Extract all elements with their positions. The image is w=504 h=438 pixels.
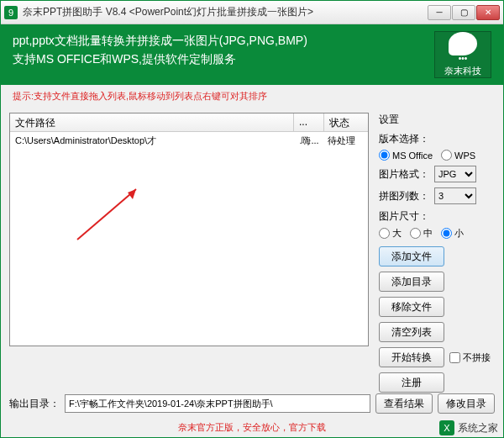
- svg-marker-1: [128, 189, 136, 199]
- watermark-icon: X: [439, 420, 454, 435]
- header-text: ppt,pptx文档批量转换并拼接成一张图片(JPG,PNG,BMP) 支持MS…: [13, 31, 434, 78]
- svg-line-0: [77, 189, 136, 240]
- col-path[interactable]: 文件路径: [10, 113, 294, 131]
- minimize-button[interactable]: ─: [428, 5, 451, 20]
- table-row[interactable]: C:\Users\Administrator\Desktop\才 .嗨... 待…: [10, 132, 368, 149]
- radio-small[interactable]: 小: [441, 227, 464, 240]
- cols-label: 拼图列数：: [379, 189, 429, 203]
- main-area: 文件路径 ... 状态 C:\Users\Administrator\Deskt…: [1, 108, 503, 375]
- radio-wps[interactable]: WPS: [441, 150, 475, 161]
- col-status[interactable]: 状态: [324, 113, 368, 131]
- register-button[interactable]: 注册: [379, 372, 444, 393]
- logo-box: ••• 奈末科技: [434, 31, 491, 78]
- tip-bar: 提示:支持文件直接拖入列表,鼠标移动到列表点右键可对其排序: [1, 85, 503, 108]
- header-line2: 支持MS OFFICE和WPS,提供软件定制服务: [13, 50, 434, 68]
- outdir-input[interactable]: [65, 394, 370, 413]
- remove-file-button[interactable]: 移除文件: [379, 297, 444, 317]
- watermark: X 系统之家: [439, 420, 498, 435]
- col-mid[interactable]: ...: [294, 113, 324, 131]
- add-file-button[interactable]: 添加文件: [379, 246, 444, 266]
- modify-dir-button[interactable]: 修改目录: [438, 393, 495, 414]
- version-group: MS Office WPS: [379, 150, 495, 161]
- start-convert-button[interactable]: 开始转换: [379, 347, 444, 367]
- cell-path: C:\Users\Administrator\Desktop\才: [10, 132, 294, 149]
- settings-title: 设置: [379, 113, 495, 127]
- clear-list-button[interactable]: 清空列表: [379, 322, 444, 342]
- cols-select[interactable]: 3: [434, 187, 476, 204]
- arrow-annotation-icon: [69, 181, 153, 248]
- left-panel: 文件路径 ... 状态 C:\Users\Administrator\Deskt…: [9, 113, 369, 375]
- watermark-text: 系统之家: [458, 421, 498, 435]
- format-label: 图片格式：: [379, 167, 429, 182]
- table-header: 文件路径 ... 状态: [10, 113, 368, 132]
- cols-field: 拼图列数： 3: [379, 187, 495, 204]
- close-button[interactable]: ✕: [476, 5, 500, 20]
- header-banner: ppt,pptx文档批量转换并拼接成一张图片(JPG,PNG,BMP) 支持MS…: [1, 24, 503, 85]
- titlebar: 9 奈末PPT拼图助手 V8.4 <PowerPoint幻灯片批量拼接成一张图片…: [1, 1, 503, 24]
- radio-wps-input[interactable]: [441, 150, 452, 161]
- format-field: 图片格式： JPG: [379, 166, 495, 182]
- outdir-label: 输出目录：: [9, 397, 60, 411]
- version-label: 版本选择：: [379, 132, 495, 146]
- radio-mid[interactable]: 中: [410, 227, 433, 240]
- header-line1: ppt,pptx文档批量转换并拼接成一张图片(JPG,PNG,BMP): [13, 31, 434, 50]
- size-label: 图片尺寸：: [379, 209, 495, 224]
- maximize-button[interactable]: ▢: [452, 5, 475, 20]
- window-controls: ─ ▢ ✕: [428, 5, 500, 20]
- add-dir-button[interactable]: 添加目录: [379, 272, 444, 292]
- button-column: 添加文件 添加目录 移除文件 清空列表 开始转换 不拼接 注册: [379, 246, 495, 393]
- titlebar-title: 奈末PPT拼图助手 V8.4 <PowerPoint幻灯片批量拼接成一张图片>: [23, 5, 428, 19]
- size-group: 大 中 小: [379, 227, 495, 240]
- radio-msoffice-input[interactable]: [379, 150, 390, 161]
- radio-large[interactable]: 大: [379, 227, 402, 240]
- radio-msoffice[interactable]: MS Office: [379, 150, 433, 161]
- settings-panel: 设置 版本选择： MS Office WPS 图片格式： JPG 拼图列数： 3…: [369, 113, 495, 375]
- footer-text: 奈末官方正版，安全放心，官方下载: [1, 421, 503, 434]
- no-pinch-checkbox[interactable]: 不拼接: [449, 351, 491, 364]
- file-table[interactable]: 文件路径 ... 状态 C:\Users\Administrator\Deskt…: [9, 113, 369, 346]
- app-window: 9 奈末PPT拼图助手 V8.4 <PowerPoint幻灯片批量拼接成一张图片…: [0, 0, 504, 438]
- app-icon: 9: [4, 6, 18, 19]
- cell-mid: .嗨...: [294, 132, 324, 149]
- cell-status: 待处理: [324, 132, 368, 149]
- view-result-button[interactable]: 查看结果: [375, 393, 433, 414]
- output-dir-row: 输出目录： 查看结果 修改目录: [9, 393, 495, 414]
- format-select[interactable]: JPG: [434, 166, 476, 182]
- logo-nine-icon: [449, 32, 477, 55]
- logo-text: 奈末科技: [444, 65, 481, 77]
